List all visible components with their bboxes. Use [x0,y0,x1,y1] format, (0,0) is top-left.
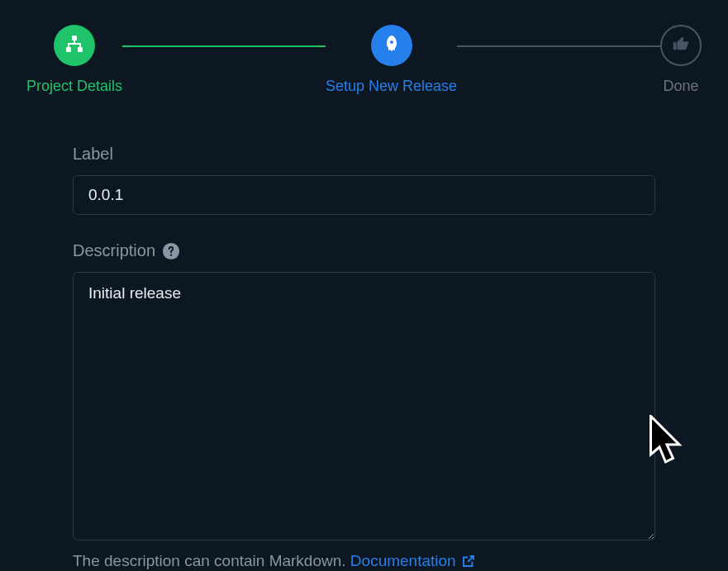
svg-rect-1 [66,47,71,52]
done-circle [660,25,702,66]
progress-stepper: Project Details Setup New Release Done [0,0,728,95]
label-field-label: Label [73,145,655,164]
external-link-icon [461,554,476,569]
stepper-connector [122,45,326,47]
svg-point-4 [170,254,172,255]
project-details-circle [54,25,95,66]
description-field-group: Description The description can contain … [73,241,655,570]
release-form: Label Description The description can co… [0,95,728,570]
help-icon[interactable] [162,242,180,260]
sitemap-icon [64,34,84,57]
label-field-group: Label [73,145,655,215]
hint-prefix-text: The description can contain Markdown. [73,552,350,569]
svg-rect-2 [78,47,83,52]
setup-release-circle [371,25,412,66]
description-textarea[interactable] [73,272,655,540]
step-project-details[interactable]: Project Details [26,25,122,95]
step-label: Setup New Release [326,78,457,95]
description-label-text: Description [73,241,155,260]
svg-rect-0 [72,36,77,40]
documentation-link[interactable]: Documentation [350,552,476,570]
label-input[interactable] [73,175,655,215]
thumbs-up-icon [672,35,690,56]
step-setup-release[interactable]: Setup New Release [326,25,457,95]
step-done[interactable]: Done [660,25,702,95]
doc-link-text: Documentation [350,552,456,570]
description-field-label: Description [73,241,655,260]
label-text: Label [73,145,113,164]
stepper-connector [457,45,660,47]
step-label: Project Details [26,78,122,95]
description-hint: The description can contain Markdown. Do… [73,552,655,570]
step-label: Done [664,78,699,95]
rocket-icon [382,34,402,57]
